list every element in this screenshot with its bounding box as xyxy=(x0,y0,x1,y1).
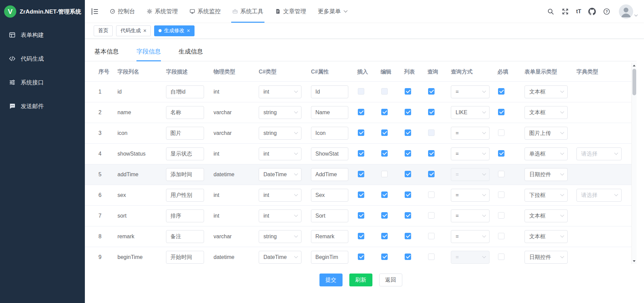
insert-checkbox[interactable] xyxy=(358,233,364,239)
query-mode-select[interactable]: = xyxy=(451,251,490,264)
query-checkbox[interactable] xyxy=(428,88,435,95)
list-checkbox[interactable] xyxy=(405,212,411,219)
query-mode-select[interactable]: = xyxy=(451,85,490,98)
search-icon[interactable] xyxy=(547,8,554,15)
github-icon[interactable] xyxy=(588,8,596,15)
list-checkbox[interactable] xyxy=(405,233,411,239)
back-button[interactable]: 返回 xyxy=(379,274,402,286)
column-description-input[interactable] xyxy=(166,189,204,202)
insert-checkbox[interactable] xyxy=(358,212,364,219)
required-checkbox[interactable] xyxy=(498,233,504,239)
query-checkbox[interactable] xyxy=(428,191,435,198)
insert-checkbox[interactable] xyxy=(358,129,364,136)
display-type-select[interactable]: 日期控件 xyxy=(525,251,568,264)
display-type-select[interactable]: 单选框 xyxy=(525,147,568,160)
user-avatar[interactable] xyxy=(619,4,637,19)
edit-checkbox[interactable] xyxy=(381,191,388,198)
csharp-property-input[interactable] xyxy=(311,189,348,202)
sidebar-item-send-mail[interactable]: 发送邮件 xyxy=(0,94,85,118)
display-type-select[interactable]: 文本框 xyxy=(525,85,568,98)
tab-field-info[interactable]: 字段信息 xyxy=(136,47,161,61)
topnav-item-article-manage[interactable]: 文章管理 xyxy=(269,0,312,23)
insert-checkbox[interactable] xyxy=(358,150,364,157)
topnav-item-system-monitor[interactable]: 系统监控 xyxy=(184,0,226,23)
list-checkbox[interactable] xyxy=(405,171,411,177)
query-checkbox[interactable] xyxy=(428,233,435,239)
list-checkbox[interactable] xyxy=(405,254,411,260)
csharp-property-input[interactable] xyxy=(311,168,348,181)
query-checkbox[interactable] xyxy=(428,171,435,177)
topnav-item-system-manage[interactable]: 系统管理 xyxy=(141,0,184,23)
query-checkbox[interactable] xyxy=(428,129,435,136)
tab-basic-info[interactable]: 基本信息 xyxy=(94,47,119,61)
list-checkbox[interactable] xyxy=(405,150,411,157)
csharp-type-select[interactable]: int xyxy=(259,85,301,98)
edit-checkbox[interactable] xyxy=(381,233,388,239)
query-mode-select[interactable]: = xyxy=(451,189,490,202)
help-icon[interactable]: ? xyxy=(603,8,610,15)
required-checkbox[interactable] xyxy=(498,191,504,198)
column-description-input[interactable] xyxy=(166,106,204,119)
list-checkbox[interactable] xyxy=(405,191,411,198)
required-checkbox[interactable] xyxy=(498,88,504,95)
csharp-type-select[interactable]: string xyxy=(259,106,301,119)
fullscreen-icon[interactable] xyxy=(562,8,569,15)
edit-checkbox[interactable] xyxy=(381,88,388,95)
required-checkbox[interactable] xyxy=(498,171,504,177)
edit-checkbox[interactable] xyxy=(381,212,388,219)
column-description-input[interactable] xyxy=(166,147,204,160)
csharp-type-select[interactable]: int xyxy=(259,147,301,160)
required-checkbox[interactable] xyxy=(498,212,504,219)
csharp-property-input[interactable] xyxy=(311,106,348,119)
sidebar-item-form-builder[interactable]: 表单构建 xyxy=(0,23,85,47)
edit-checkbox[interactable] xyxy=(381,109,388,115)
csharp-type-select[interactable]: DateTime xyxy=(259,251,301,264)
topnav-item-system-tools[interactable]: 系统工具 xyxy=(226,0,269,23)
query-mode-select[interactable]: LIKE xyxy=(451,106,490,119)
scroll-down-button[interactable] xyxy=(632,259,637,264)
sidebar-item-code-generation[interactable]: 代码生成 xyxy=(0,47,85,70)
sidebar-item-system-api[interactable]: 系统接口 xyxy=(0,70,85,94)
query-mode-select[interactable]: = xyxy=(451,127,490,140)
csharp-type-select[interactable]: int xyxy=(259,189,301,202)
column-description-input[interactable] xyxy=(166,168,204,181)
scrollbar-thumb[interactable] xyxy=(632,69,636,95)
column-description-input[interactable] xyxy=(166,230,204,243)
csharp-property-input[interactable] xyxy=(311,127,348,140)
required-checkbox[interactable] xyxy=(498,254,504,260)
csharp-property-input[interactable] xyxy=(311,209,348,222)
scroll-up-button[interactable] xyxy=(632,63,637,68)
required-checkbox[interactable] xyxy=(498,109,504,115)
display-type-select[interactable]: 文本框 xyxy=(525,106,568,119)
app-logo[interactable]: V ZrAdmin.NET-管理系统 xyxy=(0,0,85,23)
close-icon[interactable]: × xyxy=(143,28,146,34)
edit-checkbox[interactable] xyxy=(381,150,388,157)
csharp-type-select[interactable]: int xyxy=(259,209,301,222)
insert-checkbox[interactable] xyxy=(358,88,364,95)
tab-generate-info[interactable]: 生成信息 xyxy=(179,47,203,61)
display-type-select[interactable]: 文本框 xyxy=(525,230,568,243)
insert-checkbox[interactable] xyxy=(358,171,364,177)
list-checkbox[interactable] xyxy=(405,129,411,136)
column-description-input[interactable] xyxy=(166,209,204,222)
font-size-icon[interactable]: tT xyxy=(576,8,581,15)
display-type-select[interactable]: 图片上传 xyxy=(525,127,568,140)
csharp-property-input[interactable] xyxy=(311,85,348,98)
tag-code-generation[interactable]: 代码生成 × xyxy=(116,25,151,36)
csharp-property-input[interactable] xyxy=(311,230,348,243)
tag-home[interactable]: 首页 xyxy=(94,25,113,36)
insert-checkbox[interactable] xyxy=(358,254,364,260)
list-checkbox[interactable] xyxy=(405,88,411,95)
refresh-button[interactable]: 刷新 xyxy=(349,274,372,286)
required-checkbox[interactable] xyxy=(498,150,504,157)
csharp-type-select[interactable]: string xyxy=(259,127,301,140)
query-mode-select[interactable]: = xyxy=(451,230,490,243)
insert-checkbox[interactable] xyxy=(358,109,364,115)
edit-checkbox[interactable] xyxy=(381,171,388,177)
query-checkbox[interactable] xyxy=(428,109,435,115)
required-checkbox[interactable] xyxy=(498,129,504,136)
display-type-select[interactable]: 日期控件 xyxy=(525,168,568,181)
submit-button[interactable]: 提交 xyxy=(319,274,343,286)
topnav-item-console[interactable]: 控制台 xyxy=(104,0,141,23)
topnav-item-more-menu[interactable]: 更多菜单 xyxy=(312,0,353,23)
